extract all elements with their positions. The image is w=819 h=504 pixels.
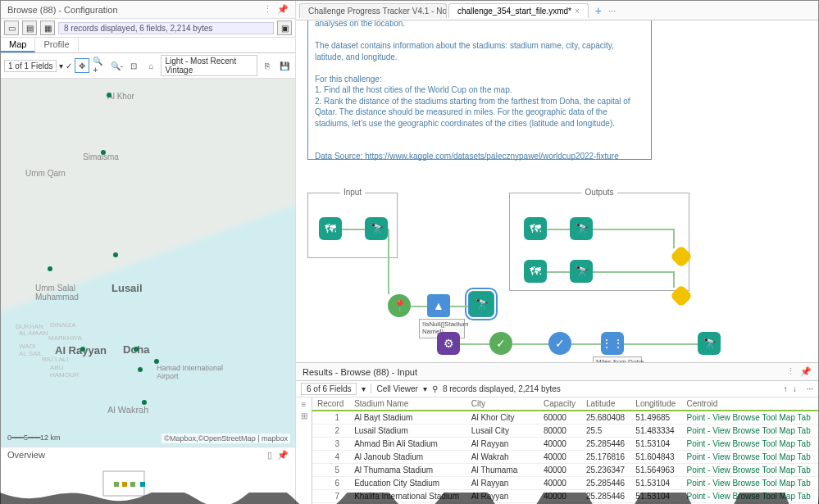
save-map-icon[interactable]: 💾 [277, 58, 292, 73]
map-label-wadi: WADI AL SAIL [19, 343, 43, 357]
home-icon[interactable]: ⌂ [143, 58, 158, 73]
map-label-alwakrah: Al Wakrah [107, 405, 148, 415]
col-city[interactable]: City [466, 397, 539, 411]
text-input-out2[interactable]: 🗺 [524, 260, 547, 283]
table-row[interactable]: 4Al Janoub StadiumAl Wakrah4000025.17681… [312, 451, 818, 464]
map-canvas[interactable]: Al Khor Simaisma Umm Qarn Lusail Umm Sal… [1, 79, 295, 447]
map-label-lusail: Lusail [111, 282, 143, 294]
next-icon[interactable]: ↓ [793, 384, 797, 393]
map-point [134, 347, 139, 352]
col-record[interactable]: Record [312, 397, 349, 411]
wire [411, 306, 427, 307]
chevron-down-icon[interactable]: ▾ [362, 384, 366, 393]
workflow-canvas[interactable]: analyses on the location. The dataset co… [296, 20, 818, 363]
new-tab-button[interactable]: + [590, 2, 607, 19]
create-points-tool[interactable]: 📍 [388, 294, 411, 317]
text-input-tool[interactable]: 🗺 [319, 217, 342, 240]
zoom-in-icon[interactable]: 🔍+ [92, 58, 107, 73]
text-input-out1[interactable]: 🗺 [524, 217, 547, 240]
check-icon[interactable]: ✓ [66, 61, 72, 70]
zoom-extent-icon[interactable]: ⊡ [126, 58, 141, 73]
results-grid[interactable]: Record Stadium Name City Capacity Latitu… [312, 397, 818, 504]
svg-rect-4 [140, 482, 145, 487]
messages-icon[interactable]: ≡ [302, 400, 307, 409]
map-label-ummsalal: Umm Salal Muhammad [35, 284, 79, 302]
overview-title: Overview [7, 450, 45, 461]
metadata-icon[interactable]: ▤ [22, 20, 37, 35]
pin-icon[interactable]: 📌 [277, 4, 289, 15]
select-tool[interactable]: ✓ [548, 332, 571, 355]
more-tabs-icon[interactable]: ··· [608, 6, 616, 16]
wire [673, 229, 675, 248]
copy-icon[interactable]: ⎘ [260, 58, 275, 73]
table-row[interactable]: 6Education City StadiumAl Rayyan4000025.… [312, 477, 818, 490]
prev-icon[interactable]: ↑ [784, 384, 788, 393]
cell-viewer-label[interactable]: Cell Viewer [371, 384, 417, 393]
results-title: Results - Browse (88) - Input [303, 367, 417, 377]
chevron-down-icon[interactable]: ▾ [59, 61, 63, 70]
overview-expand-icon[interactable]: ▯ [267, 450, 272, 461]
tab-profile[interactable]: Profile [35, 38, 78, 52]
map-attribution: ©Mapbox,©OpenStreetMap | mapbox [162, 434, 290, 443]
layer-selector[interactable]: Light - Most Recent Vintage [161, 55, 257, 76]
browse-config-title: Browse (88) - Configuration [7, 5, 118, 15]
document-tabs: Challenge Progress Tracker V4.1 - No che… [296, 1, 818, 20]
zoom-out-icon[interactable]: 🔍- [109, 58, 124, 73]
map-label-riulali: RIU LALI [42, 356, 68, 363]
doc-tab-challenge[interactable]: challenge_354_start_file.yxmd*× [448, 3, 589, 18]
browse-out2[interactable]: 🔭 [570, 260, 593, 283]
close-icon[interactable]: × [575, 7, 580, 16]
col-longitude[interactable]: Longititude [630, 397, 681, 411]
distance-tool[interactable]: ✓ [489, 332, 512, 355]
browse-out1[interactable]: 🔭 [570, 217, 593, 240]
map-label-almaan: AL-MAAN [19, 329, 48, 337]
map-point [154, 359, 159, 364]
table-row[interactable]: 5Al Thumama StadiumAl Thumama4000025.236… [312, 464, 818, 477]
map-point [107, 93, 111, 98]
results-fields-selector[interactable]: 6 of 6 Fields [301, 383, 357, 395]
wire [450, 306, 468, 307]
fields-selector[interactable]: 1 of 1 Fields [4, 60, 57, 72]
outputs-container-label: Outputs [581, 188, 617, 197]
settings-icon[interactable]: ▣ [277, 20, 292, 35]
browse-final-tool[interactable]: 🔭 [698, 332, 721, 355]
wire [460, 343, 489, 345]
chevron-down-icon[interactable]: ▾ [423, 384, 427, 393]
table-row[interactable]: 3Ahmad Bin Ali StadiumAl Rayyan4000025.2… [312, 438, 818, 451]
browse-tool[interactable]: 🔭 [365, 217, 388, 240]
map-label-airport: Hamad International Airport [157, 364, 223, 380]
map-label-markhiya: MARKHIYA [48, 334, 82, 342]
map-point [80, 347, 85, 352]
menu-icon[interactable]: ⋮ [786, 366, 795, 377]
col-centroid[interactable]: Centroid [682, 397, 819, 411]
browse-selected-tool[interactable]: 🔭 [468, 291, 494, 317]
wire [342, 229, 365, 230]
map-scale: 0━━━5━━━12 km [7, 434, 61, 442]
wire [547, 271, 570, 273]
wire [673, 271, 675, 288]
data-icon[interactable]: ⊞ [301, 411, 307, 420]
records-icon[interactable]: ▭ [4, 20, 19, 35]
view-icon[interactable]: ▦ [40, 20, 55, 35]
more-icon[interactable]: ··· [807, 384, 813, 393]
pin-icon[interactable]: 📌 [800, 366, 812, 377]
col-capacity[interactable]: Capacity [539, 397, 581, 411]
col-name[interactable]: Stadium Name [349, 397, 466, 411]
filter-results-icon[interactable]: ⚲ [432, 384, 438, 393]
map-label-alkhor: Al Khor [107, 92, 134, 101]
menu-icon[interactable]: ⋮ [263, 4, 272, 15]
overview-pin-icon[interactable]: 📌 [277, 450, 289, 461]
records-info: 8 records displayed, 6 fields, 2,214 byt… [58, 22, 274, 34]
overview-header: Overview ▯📌 [1, 447, 295, 463]
tab-map[interactable]: Map [1, 38, 35, 52]
pan-tool-icon[interactable]: ✥ [75, 58, 89, 73]
results-header: Results - Browse (88) - Input ⋮📌 [296, 363, 818, 381]
wire [512, 343, 548, 345]
table-row[interactable]: 1Al Bayt StadiumAl Khor City6000025.6804… [312, 411, 818, 425]
filter-tool[interactable]: ▲ [427, 294, 450, 317]
formula-tool[interactable]: ⚙ [437, 332, 460, 355]
table-row[interactable]: 2Lusail StadiumLusail City8000025.551.48… [312, 425, 818, 438]
doc-tab-tracker[interactable]: Challenge Progress Tracker V4.1 - No che… [299, 3, 447, 18]
sort-tool[interactable]: ⋮⋮ [601, 332, 624, 355]
col-latitude[interactable]: Latitude [581, 397, 630, 411]
